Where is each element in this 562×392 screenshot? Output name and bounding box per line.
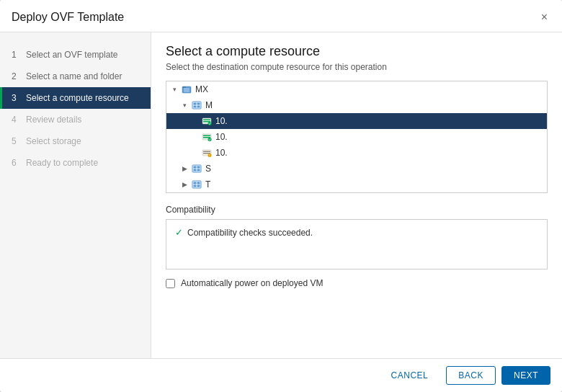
svg-rect-19: [203, 151, 210, 153]
cluster-icon: [191, 163, 202, 174]
svg-rect-2: [184, 89, 189, 89]
compatibility-text: Compatibility checks succeeded.: [187, 228, 313, 238]
chevron-right-icon[interactable]: ▶: [179, 164, 189, 174]
section-title: Select a compute resource: [166, 44, 548, 59]
step-label-step4: Review details: [26, 115, 81, 125]
step-num-step4: 4: [12, 115, 22, 125]
svg-rect-29: [194, 182, 197, 184]
compatibility-box: ✓ Compatibility checks succeeded.: [166, 219, 548, 270]
step-num-step5: 5: [12, 136, 22, 146]
svg-rect-9: [197, 106, 200, 108]
sidebar-item-step5: 5Select storage: [0, 130, 151, 152]
compatibility-section: Compatibility ✓ Compatibility checks suc…: [166, 205, 548, 297]
step-label-step2: Select a name and folder: [26, 71, 122, 81]
sidebar-item-step1[interactable]: 1Select an OVF template: [0, 44, 151, 66]
svg-rect-31: [194, 185, 197, 187]
svg-rect-7: [197, 103, 200, 105]
dialog-header: Deploy OVF Template ×: [0, 0, 562, 32]
svg-point-17: [208, 138, 212, 141]
svg-rect-30: [197, 182, 200, 184]
sidebar: 1Select an OVF template2Select a name an…: [0, 32, 151, 358]
svg-rect-6: [194, 103, 197, 105]
svg-rect-26: [194, 169, 197, 172]
auto-power-label[interactable]: Automatically power on deployed VM: [181, 278, 323, 288]
tree-node-label-host3: 10.: [215, 148, 228, 158]
main-content: Select a compute resource Select the des…: [151, 32, 562, 358]
svg-rect-25: [197, 166, 200, 169]
dialog-title: Deploy OVF Template: [12, 11, 124, 24]
svg-rect-15: [203, 135, 210, 137]
compatibility-label: Compatibility: [166, 205, 548, 215]
tree-node-host3[interactable]: ! 10.: [166, 145, 547, 161]
sidebar-item-step4: 4Review details: [0, 109, 151, 130]
tree-node-label-mx: MX: [195, 84, 208, 94]
dialog-footer: CANCEL BACK NEXT: [0, 358, 562, 392]
tree-node-label-t: T: [205, 179, 210, 190]
next-button[interactable]: NEXT: [501, 366, 550, 385]
svg-rect-4: [184, 92, 189, 92]
svg-rect-3: [184, 90, 189, 91]
resource-tree[interactable]: ▾ MX▾ M 10. 10.: [166, 81, 548, 193]
step-label-step6: Ready to complete: [26, 158, 98, 168]
chevron-right-icon[interactable]: ▶: [179, 179, 189, 190]
section-subtitle: Select the destination compute resource …: [166, 62, 548, 72]
svg-text:!: !: [209, 153, 210, 157]
check-icon: ✓: [175, 227, 183, 238]
tree-node-host1[interactable]: 10.: [166, 113, 547, 129]
step-label-step1: Select an OVF template: [26, 50, 117, 60]
tree-node-label-m: M: [205, 100, 213, 110]
svg-rect-5: [192, 102, 201, 109]
back-button[interactable]: BACK: [446, 366, 496, 385]
svg-rect-23: [192, 165, 201, 172]
tree-node-mx[interactable]: ▾ MX: [166, 81, 547, 97]
svg-rect-11: [203, 120, 210, 121]
cancel-button[interactable]: CANCEL: [379, 366, 441, 385]
close-button[interactable]: ×: [538, 10, 550, 24]
tree-node-t[interactable]: ▶ T: [166, 177, 547, 192]
cluster-icon: [191, 179, 202, 190]
chevron-down-icon[interactable]: ▾: [169, 84, 179, 94]
svg-rect-28: [192, 181, 201, 188]
step-label-step5: Select storage: [26, 136, 81, 146]
datacenter-icon: [181, 84, 192, 95]
step-num-step3: 3: [12, 93, 22, 103]
compatibility-message: ✓ Compatibility checks succeeded.: [175, 227, 538, 238]
cluster-icon: [191, 99, 202, 111]
step-num-step6: 6: [12, 158, 22, 168]
tree-node-host2[interactable]: 10.: [166, 129, 547, 145]
host-ok-icon: [201, 115, 213, 127]
svg-rect-1: [182, 86, 186, 88]
auto-power-row: Automatically power on deployed VM: [166, 278, 548, 288]
host-ok-icon: [201, 131, 213, 143]
dialog-body: 1Select an OVF template2Select a name an…: [0, 32, 562, 358]
svg-rect-24: [194, 166, 197, 169]
tree-node-label-host2: 10.: [215, 132, 228, 142]
tree-node-m[interactable]: ▾ M: [166, 97, 547, 113]
step-label-step3: Select a compute resource: [26, 93, 129, 103]
sidebar-item-step2[interactable]: 2Select a name and folder: [0, 66, 151, 87]
auto-power-checkbox[interactable]: [166, 279, 175, 288]
sidebar-item-step6: 6Ready to complete: [0, 152, 151, 174]
deploy-ovf-dialog: Deploy OVF Template × 1Select an OVF tem…: [0, 0, 562, 392]
step-num-step1: 1: [12, 50, 22, 60]
svg-rect-32: [197, 185, 200, 187]
sidebar-item-step3[interactable]: 3Select a compute resource: [0, 87, 151, 109]
tree-node-label-host1: 10.: [215, 116, 228, 126]
tree-node-label-s: S: [205, 164, 211, 174]
svg-point-13: [208, 122, 212, 125]
step-num-step2: 2: [12, 71, 22, 81]
svg-rect-27: [197, 169, 200, 172]
tree-node-s[interactable]: ▶ S: [166, 161, 547, 177]
chevron-down-icon[interactable]: ▾: [179, 100, 189, 110]
svg-rect-8: [194, 106, 197, 108]
host-warn-icon: !: [201, 147, 213, 159]
